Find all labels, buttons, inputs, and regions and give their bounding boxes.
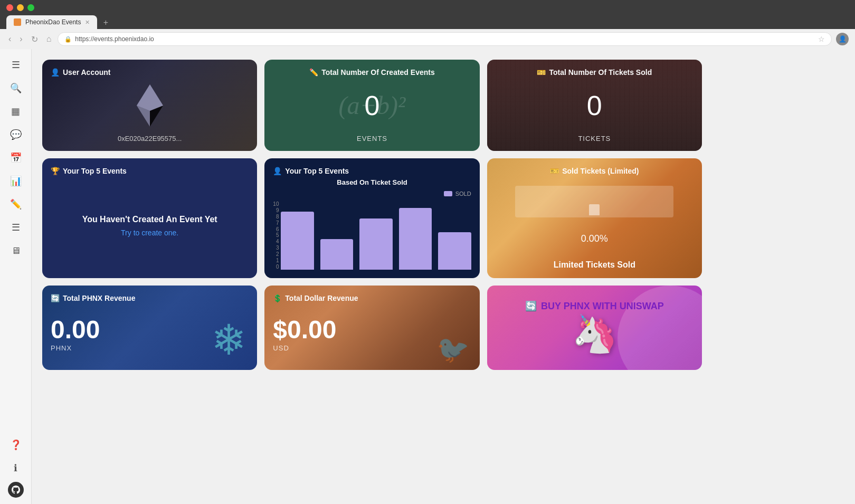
ethereum-logo — [134, 82, 166, 129]
trophy-icon: 🏆 — [51, 167, 60, 175]
browser-traffic-lights — [6, 4, 849, 15]
events-unit: EVENTS — [357, 135, 387, 142]
unicorn-icon: 🦄 — [572, 312, 618, 355]
github-button[interactable] — [8, 482, 24, 498]
github-icon — [12, 486, 20, 494]
legend-color — [444, 191, 452, 196]
active-tab[interactable]: PheonixDao Events ✕ — [6, 15, 97, 29]
minimize-button[interactable] — [17, 4, 24, 11]
bar-2 — [320, 239, 353, 270]
top5-chart-card: 👤 Your Top 5 Events Based On Ticket Sold… — [264, 158, 479, 278]
bar-3 — [359, 218, 392, 270]
sidebar-info-icon[interactable]: ℹ — [6, 459, 25, 478]
snowflake-decoration: ❄ — [211, 316, 246, 365]
y-axis: 10 9 8 7 6 5 4 3 2 1 0 — [273, 201, 279, 270]
refresh-button[interactable]: ↻ — [29, 33, 40, 45]
chart-subtitle: Based On Ticket Sold — [273, 178, 471, 186]
bar-5 — [438, 232, 471, 270]
browser-tabs: PheonixDao Events ✕ + — [6, 15, 849, 29]
chart-area: 10 9 8 7 6 5 4 3 2 1 0 — [273, 201, 471, 270]
legend-label: SOLD — [455, 191, 471, 197]
uniswap-bg-circle — [618, 286, 702, 370]
bird-decoration: 🐦 — [436, 334, 469, 365]
sidebar: ☰ 🔍 ▦ 💬 📅 📊 ✏️ ☰ 🖥 ❓ ℹ — [0, 49, 32, 504]
sidebar-monitor-icon[interactable]: 🖥 — [6, 241, 25, 260]
new-tab-button[interactable]: + — [99, 16, 112, 29]
top5-list-title: 🏆 Your Top 5 Events — [51, 167, 249, 175]
sidebar-help-icon[interactable]: ❓ — [6, 435, 25, 454]
phnx-icon: 🔄 — [51, 294, 60, 302]
dollar-revenue-card: 💲 Total Dollar Revenue $0.00 USD 🐦 — [264, 286, 479, 370]
sold-limited-title: 🎫 Sold Tickets (Limited) — [496, 167, 694, 175]
top5-list-card: 🏆 Your Top 5 Events You Haven't Created … — [42, 158, 257, 278]
user-address: 0xE020a22E95575... — [118, 135, 182, 142]
dollar-title: 💲 Total Dollar Revenue — [273, 294, 471, 302]
tickets-content: 🎫 Total Number Of Tickets Sold 0 TICKETS — [496, 68, 694, 142]
total-events-card: (a+b)² ✏️ Total Number Of Created Events… — [264, 60, 479, 151]
user-chart-icon: 👤 — [273, 167, 282, 175]
empty-state: You Haven't Created An Event Yet Try to … — [51, 182, 249, 270]
home-button[interactable]: ⌂ — [44, 33, 54, 45]
bar-4 — [399, 208, 432, 270]
sidebar-calendar-icon[interactable]: 📅 — [6, 148, 25, 167]
user-account-title: 👤 User Account — [51, 68, 111, 77]
back-button[interactable]: ‹ — [6, 33, 13, 45]
tab-title: PheonixDao Events — [25, 18, 81, 26]
svg-marker-3 — [137, 84, 163, 111]
sold-limited-card: 🎫 Sold Tickets (Limited) 0.00% Limited T… — [487, 158, 702, 278]
maximize-button[interactable] — [27, 4, 34, 11]
sidebar-search-icon[interactable]: 🔍 — [6, 79, 25, 98]
profile-button[interactable]: 👤 — [836, 33, 849, 45]
phnx-title: 🔄 Total PHNX Revenue — [51, 294, 249, 302]
tab-favicon — [14, 18, 21, 26]
close-button[interactable] — [6, 4, 13, 11]
dollar-icon: 💲 — [273, 294, 282, 302]
create-event-link[interactable]: Try to create one. — [121, 229, 178, 237]
chart-legend: SOLD — [273, 191, 471, 197]
sold-content: 0.00% — [496, 175, 694, 260]
refresh-icon: 🔄 — [525, 300, 537, 312]
sold-label: Limited Tickets Sold — [496, 260, 694, 270]
user-icon: 👤 — [51, 68, 60, 77]
events-title: ✏️ Total Number Of Created Events — [273, 68, 471, 77]
eth-logo-container — [134, 82, 166, 129]
bar-chart — [281, 201, 471, 270]
sidebar-edit-icon[interactable]: ✏️ — [6, 195, 25, 214]
sidebar-list-icon[interactable]: ☰ — [6, 218, 25, 237]
sidebar-menu-icon[interactable]: ☰ — [6, 55, 25, 74]
empty-message: You Haven't Created An Event Yet — [82, 215, 217, 224]
tickets-icon: 🎫 — [537, 68, 546, 77]
sidebar-dashboard-icon[interactable]: ▦ — [6, 102, 25, 121]
browser-toolbar: ‹ › ↻ ⌂ 🔒 https://events.phoenixdao.io ☆… — [0, 29, 855, 49]
browser-chrome: PheonixDao Events ✕ + — [0, 0, 855, 29]
sold-percent: 0.00% — [581, 233, 608, 244]
dashboard-grid: 👤 User Account 0xE020a22E95575... (a+b)² — [42, 60, 702, 370]
user-account-card: 👤 User Account 0xE020a22E95575... — [42, 60, 257, 151]
uniswap-title: 🔄 BUY PHNX WITH UNISWAP — [525, 300, 664, 312]
app-layout: ☰ 🔍 ▦ 💬 📅 📊 ✏️ ☰ 🖥 ❓ ℹ 👤 User Account — [0, 49, 855, 504]
mini-bar — [589, 204, 600, 215]
bar-1 — [281, 212, 314, 270]
forward-button[interactable]: › — [17, 33, 24, 45]
events-count: 0 — [365, 92, 380, 119]
tickets-unit: TICKETS — [578, 135, 611, 142]
events-icon: ✏️ — [309, 68, 318, 77]
mini-bar-chart — [515, 186, 673, 217]
ticket-icon: 🎫 — [550, 167, 559, 175]
sidebar-chat-icon[interactable]: 💬 — [6, 125, 25, 144]
tickets-title: 🎫 Total Number Of Tickets Sold — [496, 68, 694, 77]
total-tickets-card: 🎫 Total Number Of Tickets Sold 0 TICKETS — [487, 60, 702, 151]
top5-chart-title: 👤 Your Top 5 Events — [273, 167, 471, 175]
content-area: 👤 User Account 0xE020a22E95575... (a+b)² — [32, 49, 855, 504]
bookmark-icon[interactable]: ☆ — [818, 35, 825, 43]
tickets-count: 0 — [587, 92, 602, 119]
url-text: https://events.phoenixdao.io — [75, 35, 154, 43]
tab-close-button[interactable]: ✕ — [85, 19, 90, 26]
sidebar-analytics-icon[interactable]: 📊 — [6, 172, 25, 191]
address-bar[interactable]: 🔒 https://events.phoenixdao.io ☆ — [58, 32, 832, 46]
profile-icon: 👤 — [839, 35, 847, 43]
lock-icon: 🔒 — [64, 36, 72, 43]
events-content: ✏️ Total Number Of Created Events 0 EVEN… — [273, 68, 471, 142]
uniswap-card[interactable]: 🔄 BUY PHNX WITH UNISWAP 🦄 — [487, 286, 702, 370]
phnx-revenue-card: 🔄 Total PHNX Revenue 0.00 PHNX ❄ — [42, 286, 257, 370]
